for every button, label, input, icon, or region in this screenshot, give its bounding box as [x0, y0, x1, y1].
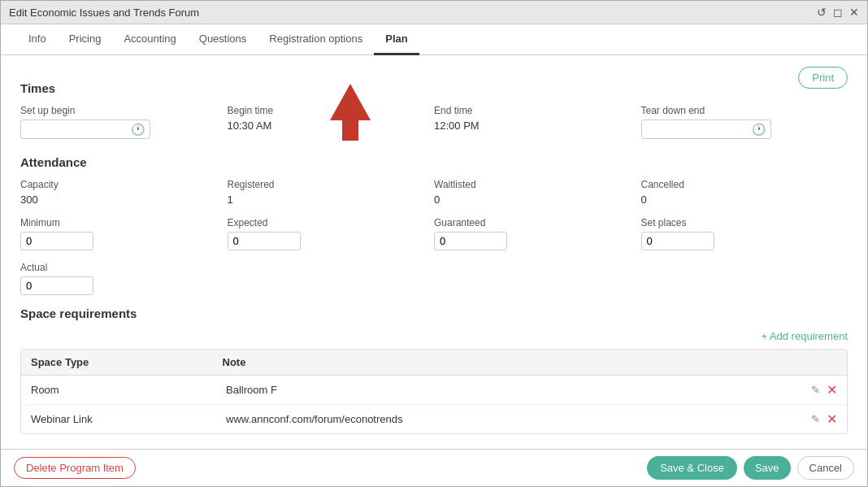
end-time-field: End time 12:00 PM — [434, 105, 641, 139]
row-actions: ✎ ✕ — [811, 382, 837, 398]
space-type-cell: Room — [31, 384, 226, 396]
space-req-header: + Add requirement — [20, 330, 848, 342]
end-time-value: 12:00 PM — [434, 120, 641, 132]
edit-icon[interactable]: ✎ — [811, 384, 820, 396]
row-actions: ✎ ✕ — [811, 411, 837, 427]
save-button[interactable]: Save — [744, 456, 791, 480]
set-places-input[interactable] — [641, 232, 714, 250]
restore-icon[interactable]: ◻ — [833, 6, 843, 19]
set-places-label: Set places — [641, 217, 848, 228]
edit-icon[interactable]: ✎ — [811, 413, 820, 425]
minimum-label: Minimum — [20, 217, 228, 228]
tear-down-clock-icon[interactable]: 🕐 — [752, 123, 766, 136]
minimum-field: Minimum — [20, 217, 228, 250]
delete-program-item-button[interactable]: Delete Program Item — [14, 457, 136, 479]
capacity-label: Capacity — [20, 179, 228, 190]
tear-down-input-wrapper: 🕐 — [641, 120, 771, 139]
cancelled-field: Cancelled 0 — [641, 179, 848, 206]
tab-plan[interactable]: Plan — [374, 24, 419, 55]
waitlisted-field: Waitlisted 0 — [434, 179, 641, 206]
setup-begin-label: Set up begin — [20, 105, 228, 116]
cancelled-label: Cancelled — [641, 179, 848, 190]
space-req-section-title: Space requirements — [20, 307, 848, 320]
setup-begin-clock-icon[interactable]: 🕐 — [131, 123, 145, 136]
expected-input[interactable] — [228, 232, 301, 250]
tear-down-field: Tear down end 🕐 — [641, 105, 848, 139]
waitlisted-value: 0 — [434, 193, 641, 206]
window-controls: ↺ ◻ ✕ — [817, 6, 859, 19]
tab-bar: Info Pricing Accounting Questions Regist… — [1, 24, 867, 55]
guaranteed-label: Guaranteed — [434, 217, 641, 228]
close-icon[interactable]: ✕ — [849, 6, 859, 19]
tab-questions[interactable]: Questions — [188, 24, 258, 55]
col-note-header: Note — [223, 356, 797, 368]
bottom-bar: Delete Program Item Save & Close Save Ca… — [1, 449, 867, 486]
setup-begin-input-wrapper: 🕐 — [20, 120, 150, 139]
waitlisted-label: Waitlisted — [434, 179, 641, 190]
attendance-section-title: Attendance — [20, 155, 848, 169]
table-row: Room Ballroom F ✎ ✕ — [21, 376, 847, 405]
attendance-row2: Minimum Expected Guaranteed Set places — [20, 217, 848, 250]
actual-label: Actual — [20, 262, 228, 273]
main-window: Edit Economic Issues and Trends Forum ↺ … — [0, 0, 868, 487]
setup-begin-input[interactable] — [26, 124, 131, 136]
tear-down-label: Tear down end — [641, 105, 848, 116]
table-row: Webinar Link www.annconf.com/forum/econo… — [21, 405, 847, 433]
svg-marker-0 — [330, 84, 371, 141]
delete-row-icon[interactable]: ✕ — [827, 382, 837, 398]
note-cell: www.annconf.com/forum/econotrends — [226, 413, 811, 425]
actual-field: Actual — [20, 262, 228, 295]
registered-label: Registered — [228, 179, 435, 190]
registered-field: Registered 1 — [228, 179, 435, 206]
attendance-row1: Capacity 300 Registered 1 Waitlisted 0 C… — [20, 179, 848, 206]
capacity-value: 300 — [20, 193, 228, 206]
expected-label: Expected — [228, 217, 435, 228]
tab-accounting[interactable]: Accounting — [112, 24, 187, 55]
content-area: Print Times Set up begin 🕐 Begin time 10… — [1, 55, 867, 449]
set-places-field: Set places — [641, 217, 848, 250]
actual-input[interactable] — [20, 276, 93, 295]
delete-row-icon[interactable]: ✕ — [827, 411, 837, 427]
col-space-header: Space Type — [31, 356, 223, 368]
tear-down-input[interactable] — [647, 124, 752, 136]
guaranteed-input[interactable] — [434, 232, 507, 250]
title-bar: Edit Economic Issues and Trends Forum ↺ … — [1, 1, 867, 24]
add-requirement-button[interactable]: + Add requirement — [761, 330, 848, 342]
times-row: Set up begin 🕐 Begin time 10:30 AM End t… — [20, 105, 848, 139]
times-section-title: Times — [20, 81, 848, 95]
cancel-button[interactable]: Cancel — [797, 456, 854, 480]
tab-pricing[interactable]: Pricing — [58, 24, 113, 55]
arrow-indicator — [318, 80, 383, 147]
registered-value: 1 — [228, 193, 435, 206]
minimum-input[interactable] — [20, 232, 93, 250]
print-button[interactable]: Print — [798, 67, 848, 89]
tab-registration-options[interactable]: Registration options — [258, 24, 374, 55]
save-close-button[interactable]: Save & Close — [647, 456, 737, 480]
window-title: Edit Economic Issues and Trends Forum — [9, 7, 199, 19]
tab-info[interactable]: Info — [17, 24, 58, 55]
setup-begin-field: Set up begin 🕐 — [20, 105, 228, 139]
attendance-row3: Actual — [20, 262, 848, 295]
refresh-icon[interactable]: ↺ — [817, 6, 827, 19]
note-cell: Ballroom F — [226, 384, 811, 396]
expected-field: Expected — [228, 217, 435, 250]
space-requirements-table: Space Type Note Room Ballroom F ✎ ✕ Webi… — [20, 349, 848, 434]
cancelled-value: 0 — [641, 193, 848, 206]
right-buttons: Save & Close Save Cancel — [647, 456, 854, 480]
space-type-cell: Webinar Link — [31, 413, 226, 425]
capacity-field: Capacity 300 — [20, 179, 228, 206]
guaranteed-field: Guaranteed — [434, 217, 641, 250]
end-time-label: End time — [434, 105, 641, 116]
table-header: Space Type Note — [21, 350, 847, 376]
